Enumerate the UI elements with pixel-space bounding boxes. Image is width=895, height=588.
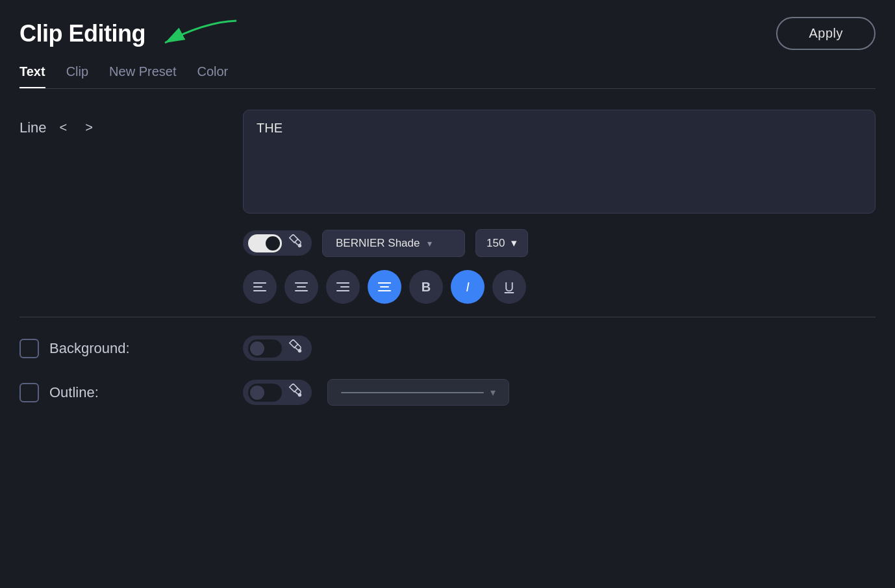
tab-clip[interactable]: Clip [66,64,88,88]
outline-dropdown-arrow-icon: ▾ [490,386,496,398]
font-dropdown[interactable]: BERNIER Shade ▾ [322,230,465,257]
alignment-row: B I U [243,270,876,304]
text-toggle-switch[interactable] [248,234,282,252]
section-divider [19,317,876,317]
tab-text[interactable]: Text [19,64,45,88]
outline-toggle-group [243,380,312,405]
outline-dropdown[interactable]: ▾ [327,379,509,406]
page-title: Clip Editing [19,20,145,47]
outline-checkbox[interactable] [19,383,39,402]
svg-point-14 [298,349,302,353]
underline-button[interactable]: U [492,270,526,304]
outline-row: Outline: ▾ [19,379,876,406]
bold-icon: B [422,280,431,295]
tab-new-preset[interactable]: New Preset [109,64,176,88]
line-next-button[interactable]: > [80,117,98,138]
line-row: Line < > THE [19,110,876,214]
header: Clip Editing Apply [19,13,876,54]
size-dropdown-arrow-icon: ▾ [511,236,517,250]
svg-point-1 [298,244,302,248]
apply-button[interactable]: Apply [776,17,876,50]
background-checkbox-group: Background: [19,339,227,358]
outline-checkbox-group: Outline: [19,383,227,402]
line-label-group: Line < > [19,110,227,138]
background-checkbox[interactable] [19,339,39,358]
header-left: Clip Editing [19,13,243,54]
background-toggle-group [243,336,312,361]
background-toggle-switch[interactable] [248,339,282,358]
align-left-button[interactable] [243,270,277,304]
format-row: BERNIER Shade ▾ 150 ▾ [243,229,876,257]
background-label: Background: [49,340,130,357]
font-selected-label: BERNIER Shade [336,237,420,250]
svg-point-15 [298,393,302,397]
text-color-toggle-group [243,230,312,256]
arrow-annotation [152,16,243,54]
size-dropdown[interactable]: 150 ▾ [475,229,528,257]
outline-dropdown-line [341,392,484,393]
align-center-button[interactable] [368,270,401,304]
italic-button[interactable]: I [451,270,485,304]
size-value-label: 150 [486,237,505,250]
outline-label: Outline: [49,384,99,401]
font-dropdown-arrow-icon: ▾ [427,238,432,249]
text-paint-icon[interactable] [284,233,307,253]
line-label: Line [19,119,47,136]
content-area: Line < > THE [19,89,876,406]
align-center-left-button[interactable] [284,270,318,304]
bold-button[interactable]: B [409,270,443,304]
line-prev-button[interactable]: < [55,117,73,138]
tabs-container: Text Clip New Preset Color [19,64,876,89]
underline-icon: U [505,280,514,295]
tab-color[interactable]: Color [197,64,228,88]
outline-paint-icon[interactable] [284,382,307,402]
outline-toggle-switch[interactable] [248,384,282,402]
background-row: Background: [19,336,876,361]
align-right-button[interactable] [326,270,360,304]
line-text-input[interactable]: THE [243,110,876,214]
italic-icon: I [466,280,470,295]
background-paint-icon[interactable] [284,338,307,358]
